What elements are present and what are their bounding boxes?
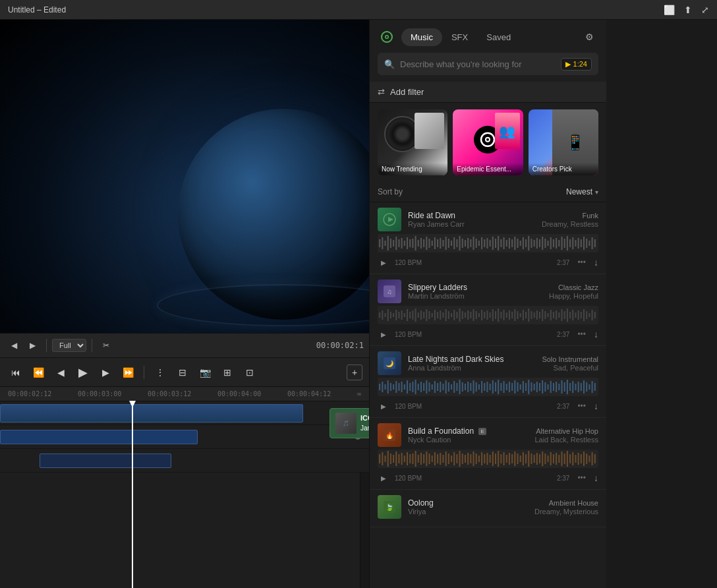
svg-rect-46 <box>486 238 488 249</box>
track-menu-1[interactable]: ••• <box>575 258 588 267</box>
skip-to-start-btn[interactable]: ⏮ <box>7 363 25 382</box>
toolbar-btn-forward[interactable]: ▶ <box>24 337 41 354</box>
timeline-playhead[interactable] <box>132 401 133 588</box>
svg-rect-180 <box>409 383 411 391</box>
export-icon[interactable]: ⬆ <box>684 5 692 15</box>
svg-rect-197 <box>456 383 457 391</box>
fullscreen-icon[interactable]: ⤢ <box>701 5 709 15</box>
ruler-mark-1: 00:00:02:12 <box>8 390 51 397</box>
track-duration-2: 2:37 <box>557 331 569 338</box>
track-title-3: Late Nights and Dark Skies <box>408 355 503 364</box>
svg-rect-269 <box>432 456 433 462</box>
svg-rect-246 <box>592 381 593 393</box>
track-top-1: Ride at Dawn Funk Ryan James Carr Dreamy… <box>378 208 598 231</box>
transform-btn[interactable]: ⊡ <box>241 363 259 382</box>
trim-btn[interactable]: ⊟ <box>173 363 192 382</box>
popup-thumb-inner: 🎵 <box>335 413 357 434</box>
play-btn[interactable]: ▶ <box>74 363 92 382</box>
category-card-trending[interactable]: Now Trending <box>378 109 447 175</box>
toolbar-btn-back[interactable]: ◀ <box>5 337 22 354</box>
svg-rect-177 <box>401 382 403 392</box>
tab-music[interactable]: Music <box>401 28 442 46</box>
svg-rect-306 <box>534 455 535 463</box>
music-tabs: Music SFX Saved <box>401 28 580 46</box>
mini-play-3[interactable]: ▶ <box>378 400 389 412</box>
svg-rect-55 <box>511 239 513 247</box>
filter-row[interactable]: ⇄ Add filter <box>370 82 606 103</box>
svg-rect-150 <box>550 310 552 320</box>
track-art-oolong: 🍃 <box>378 495 401 519</box>
svg-text:🌙: 🌙 <box>386 359 394 368</box>
svg-rect-57 <box>517 239 518 248</box>
audio-clip-2[interactable] <box>40 454 171 468</box>
svg-rect-172 <box>387 380 389 394</box>
audio-clip-1[interactable] <box>0 430 198 444</box>
svg-rect-60 <box>525 239 527 247</box>
svg-rect-83 <box>588 241 590 246</box>
prev-frame-btn[interactable]: ⏪ <box>29 363 47 382</box>
track-title-1: Ride at Dawn <box>408 211 455 220</box>
step-back-btn[interactable]: ◀ <box>51 363 70 382</box>
split-btn[interactable]: ⋮ <box>151 363 169 382</box>
svg-rect-194 <box>448 382 449 392</box>
svg-rect-134 <box>506 312 507 318</box>
mini-play-4[interactable]: ▶ <box>378 472 389 484</box>
mini-play-1[interactable]: ▶ <box>378 256 389 268</box>
track-menu-4[interactable]: ••• <box>575 473 588 483</box>
track-add-2[interactable]: ↓ <box>594 329 598 339</box>
svg-rect-291 <box>492 452 494 466</box>
track-add-1[interactable]: ↓ <box>594 257 598 268</box>
category-card-creators[interactable]: 📱 Creators Pick <box>529 109 598 175</box>
search-input[interactable] <box>400 59 556 69</box>
svg-rect-264 <box>418 455 419 463</box>
track-menu-3[interactable]: ••• <box>575 401 588 411</box>
sort-dropdown[interactable]: Newest ▾ <box>566 187 598 196</box>
track-title-row-4: Build a Foundation E Alternative Hip Hop <box>408 426 598 436</box>
svg-rect-84 <box>592 237 593 249</box>
track-add-3[interactable]: ↓ <box>594 401 598 411</box>
track-info-5: Oolong Ambient House Viriya Dreamy, Myst… <box>408 498 598 515</box>
svg-rect-61 <box>528 236 529 250</box>
track-menu-2[interactable]: ••• <box>575 330 588 339</box>
svg-rect-261 <box>409 454 411 463</box>
svg-rect-133 <box>503 310 505 320</box>
svg-rect-56 <box>514 237 515 250</box>
svg-rect-67 <box>544 239 546 248</box>
window-icon[interactable]: ⬜ <box>664 5 675 15</box>
mini-play-2[interactable]: ▶ <box>378 328 389 340</box>
quality-select[interactable]: Full 1/2 1/4 <box>52 339 86 352</box>
next-frame-btn[interactable]: ⏩ <box>119 363 137 382</box>
track-art-3: 🌙 <box>378 351 401 375</box>
svg-rect-250 <box>379 454 380 463</box>
svg-rect-217 <box>511 383 513 391</box>
video-clip-1[interactable] <box>0 404 303 423</box>
step-forward-btn[interactable]: ▶ <box>96 363 115 382</box>
svg-rect-38 <box>465 240 466 247</box>
track-tags-1: Dreamy, Restless <box>542 220 598 228</box>
popup-text: ICON Janset <box>360 413 369 432</box>
svg-rect-289 <box>486 453 488 465</box>
tab-saved[interactable]: Saved <box>477 28 520 46</box>
toolbar-btn-tool[interactable]: ✂ <box>98 337 115 354</box>
svg-rect-309 <box>542 452 543 466</box>
popup-subtitle: Janset <box>360 424 369 433</box>
svg-rect-48 <box>492 237 494 250</box>
search-time-badge[interactable]: ▶ 1:24 <box>561 58 592 71</box>
svg-rect-88 <box>379 312 380 318</box>
track-artist-row-3: Anna Landström Sad, Peaceful <box>408 364 598 372</box>
ruler-marks: 00:00:02:12 00:00:03:00 00:00:03:12 00:0… <box>5 390 364 397</box>
track-add-4[interactable]: ↓ <box>594 473 598 483</box>
crop-btn[interactable]: ⊞ <box>218 363 237 382</box>
svg-rect-13 <box>395 237 397 250</box>
category-card-epidemic[interactable]: 👥 Epidemic Essent... <box>453 109 523 175</box>
svg-rect-140 <box>523 310 524 320</box>
svg-rect-215 <box>506 384 507 390</box>
svg-rect-33 <box>451 241 452 246</box>
tab-sfx[interactable]: SFX <box>442 28 477 46</box>
svg-rect-79 <box>578 238 579 249</box>
snapshot-btn[interactable]: 📷 <box>196 363 214 382</box>
settings-btn[interactable]: ⚙ <box>580 28 598 46</box>
svg-rect-226 <box>536 382 538 392</box>
add-element-btn[interactable]: + <box>347 365 362 380</box>
svg-rect-263 <box>415 451 416 467</box>
